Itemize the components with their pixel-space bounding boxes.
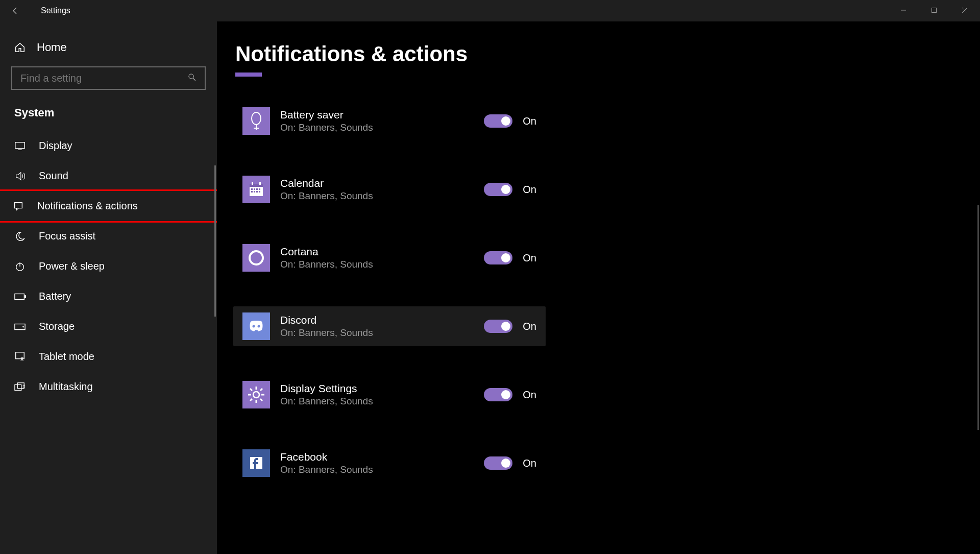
svg-rect-1	[932, 8, 937, 13]
gear-icon	[242, 381, 270, 408]
svg-rect-27	[259, 188, 260, 190]
svg-line-41	[260, 399, 262, 401]
svg-point-17	[252, 112, 261, 125]
app-row-discord[interactable]: Discord On: Banners, Sounds On	[233, 306, 546, 346]
sidebar-home-label: Home	[37, 41, 67, 54]
svg-point-35	[253, 392, 259, 398]
svg-point-32	[250, 251, 263, 264]
app-row-display-settings[interactable]: Display Settings On: Banners, Sounds On	[233, 375, 546, 415]
display-icon	[14, 141, 27, 151]
window-title: Settings	[31, 6, 70, 15]
sidebar-item-battery[interactable]: Battery	[0, 281, 217, 311]
storage-icon	[14, 323, 27, 331]
sidebar-item-sound[interactable]: Sound	[0, 161, 217, 191]
svg-rect-14	[17, 382, 24, 388]
window-controls	[888, 0, 980, 20]
discord-icon	[242, 312, 270, 340]
app-name: Cortana	[280, 246, 484, 258]
app-row-facebook[interactable]: Facebook On: Banners, Sounds On	[233, 443, 546, 483]
svg-rect-25	[254, 188, 255, 190]
app-row-battery-saver[interactable]: Battery saver On: Banners, Sounds On	[233, 101, 546, 141]
toggle-switch[interactable]	[484, 251, 512, 264]
toggle-switch[interactable]	[484, 114, 512, 128]
app-sub: On: Banners, Sounds	[280, 259, 484, 270]
sidebar-item-label: Display	[39, 140, 72, 152]
sidebar-item-label: Multitasking	[39, 381, 93, 393]
toggle-switch[interactable]	[484, 183, 512, 196]
sidebar-item-storage[interactable]: Storage	[0, 311, 217, 342]
notifications-icon	[13, 201, 25, 212]
close-button[interactable]	[949, 0, 980, 20]
svg-rect-24	[251, 188, 253, 190]
sidebar-item-notifications[interactable]: Notifications & actions	[0, 189, 218, 223]
svg-rect-23	[259, 182, 261, 185]
sidebar-item-label: Tablet mode	[39, 351, 94, 363]
toggle-state: On	[523, 115, 536, 127]
minimize-button[interactable]	[888, 0, 919, 20]
app-name: Facebook	[280, 451, 484, 463]
partial-app-icon	[235, 73, 262, 77]
main-content: Notifications & actions Battery saver On…	[217, 21, 980, 554]
app-sub: On: Banners, Sounds	[280, 327, 484, 339]
svg-point-33	[253, 325, 255, 328]
svg-point-34	[258, 325, 260, 328]
sidebar-section-label: System	[0, 99, 217, 131]
toggle-switch[interactable]	[484, 320, 512, 333]
toggle-state: On	[523, 457, 536, 469]
sidebar-scrollbar[interactable]	[214, 165, 216, 317]
power-icon	[14, 261, 27, 272]
sidebar-item-multitasking[interactable]: Multitasking	[0, 372, 217, 402]
app-sub: On: Banners, Sounds	[280, 122, 484, 133]
sidebar-nav: Display Sound Notifications & actions Fo…	[0, 131, 217, 402]
maximize-button[interactable]	[919, 0, 949, 20]
sidebar: Home System Display Sound Notifications …	[0, 21, 217, 554]
toggle-state: On	[523, 252, 536, 264]
sound-icon	[14, 171, 27, 182]
app-sub: On: Banners, Sounds	[280, 190, 484, 202]
svg-line-43	[250, 399, 252, 401]
sidebar-item-label: Storage	[39, 321, 75, 332]
back-button[interactable]	[0, 7, 31, 15]
toggle-switch[interactable]	[484, 456, 512, 470]
app-row-calendar[interactable]: Calendar On: Banners, Sounds On	[233, 170, 546, 209]
svg-line-42	[260, 389, 262, 391]
svg-rect-13	[15, 384, 21, 390]
home-icon	[14, 42, 26, 53]
svg-rect-29	[254, 191, 255, 192]
search-input[interactable]	[11, 66, 206, 90]
facebook-icon	[242, 449, 270, 477]
app-sub: On: Banners, Sounds	[280, 464, 484, 475]
svg-rect-26	[256, 188, 258, 190]
app-notification-list: Battery saver On: Banners, Sounds On Cal…	[233, 101, 546, 483]
sidebar-item-label: Sound	[39, 170, 68, 182]
sidebar-item-focus-assist[interactable]: Focus assist	[0, 221, 217, 251]
battery-saver-icon	[242, 107, 270, 135]
svg-point-11	[22, 326, 24, 327]
app-name: Battery saver	[280, 109, 484, 121]
main-scrollbar[interactable]	[977, 205, 979, 430]
svg-rect-30	[256, 191, 258, 192]
moon-icon	[14, 231, 27, 242]
svg-rect-28	[251, 191, 253, 192]
sidebar-item-power-sleep[interactable]: Power & sleep	[0, 251, 217, 281]
toggle-switch[interactable]	[484, 388, 512, 401]
svg-line-40	[250, 389, 252, 391]
multitasking-icon	[14, 382, 27, 392]
sidebar-item-label: Notifications & actions	[37, 200, 138, 212]
sidebar-item-tablet-mode[interactable]: Tablet mode	[0, 342, 217, 372]
app-sub: On: Banners, Sounds	[280, 396, 484, 407]
page-title: Notifications & actions	[233, 42, 980, 66]
toggle-state: On	[523, 321, 536, 332]
battery-icon	[14, 293, 27, 301]
cortana-icon	[242, 244, 270, 272]
svg-rect-31	[259, 191, 260, 192]
sidebar-home[interactable]: Home	[0, 32, 217, 63]
calendar-icon	[242, 176, 270, 203]
sidebar-item-display[interactable]: Display	[0, 131, 217, 161]
svg-rect-8	[15, 294, 24, 299]
sidebar-item-label: Focus assist	[39, 230, 95, 242]
svg-rect-22	[252, 182, 253, 185]
tablet-icon	[14, 351, 27, 363]
app-name: Discord	[280, 314, 484, 326]
app-row-cortana[interactable]: Cortana On: Banners, Sounds On	[233, 238, 546, 278]
